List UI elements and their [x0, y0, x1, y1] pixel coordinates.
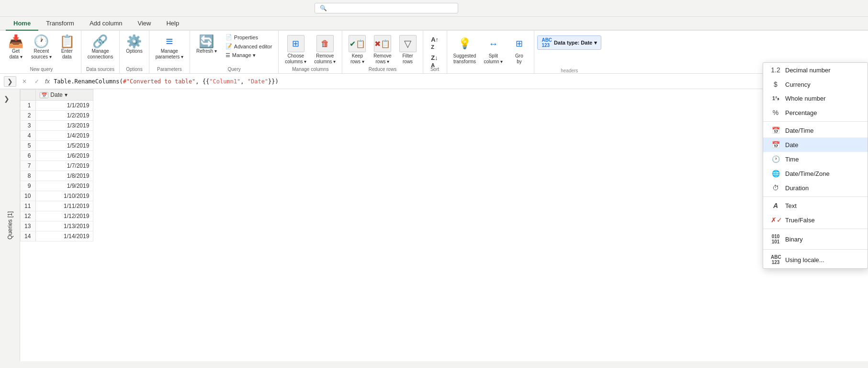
get-data-button[interactable]: 📥 Getdata ▾ — [5, 33, 27, 62]
manage-button[interactable]: ☰ Manage ▾ — [222, 51, 276, 60]
keep-rows-icon: ✔📋 — [349, 35, 366, 52]
filter-rows-label: Filterrows — [402, 53, 413, 65]
remove-rows-button[interactable]: ✖📋 Removerows ▾ — [370, 33, 395, 67]
manage-parameters-icon: ≡ — [166, 35, 173, 47]
tab-help[interactable]: Help — [158, 17, 187, 31]
data-type-icon: ABC123 — [541, 37, 552, 48]
dropdown-text[interactable]: A Text — [763, 198, 868, 213]
dropdown-binary[interactable]: 010101 Binary — [763, 230, 868, 248]
options-button[interactable]: ⚙️ Options — [123, 33, 146, 57]
filter-rows-button[interactable]: ▽ Filterrows — [396, 33, 420, 67]
confirm-formula-button[interactable]: ✓ — [34, 78, 39, 85]
ribbon: 📥 Getdata ▾ 🕐 Recentsources ▾ 📋 Enterdat… — [0, 31, 868, 74]
dropdown-locale[interactable]: ABC123 Using locale... — [763, 251, 868, 268]
properties-icon: 📄 — [225, 34, 232, 40]
sort-az-button[interactable]: A↑Z — [428, 34, 442, 52]
options-label: Options — [126, 48, 142, 54]
table-row[interactable]: 10 1/10/2019 — [21, 191, 93, 201]
parameters-group-label: Parameters — [149, 67, 190, 72]
ribbon-group-query: 🔄 Refresh ▾ 📄 Properties 📝 Advanced edit… — [190, 31, 279, 73]
date-cell: 1/5/2019 — [36, 141, 93, 151]
dropdown-datetime[interactable]: 📅 Date/Time — [763, 123, 868, 138]
enter-data-button[interactable]: 📋 Enterdata — [56, 33, 78, 62]
properties-button[interactable]: 📄 Properties — [222, 33, 276, 42]
ribbon-group-sort: A↑Z Z↓A Sort — [423, 31, 447, 73]
fx-label: fx — [45, 78, 50, 85]
group-by-button[interactable]: ⊞ Groby — [507, 33, 531, 67]
table-row[interactable]: 7 1/7/2019 — [21, 161, 93, 171]
table-row[interactable]: 3 1/3/2019 — [21, 121, 93, 131]
date-column-dropdown[interactable]: ▾ — [65, 92, 68, 98]
date-cell: 1/8/2019 — [36, 171, 93, 181]
date-cell: 1/4/2019 — [36, 131, 93, 141]
tab-view[interactable]: View — [130, 17, 159, 31]
data-type-button[interactable]: ABC123 Data type: Date ▾ — [537, 35, 601, 50]
dropdown-percentage[interactable]: % Percentage — [763, 105, 868, 120]
sort-az-icon: A↑Z — [431, 36, 439, 50]
date-icon: 📅 — [771, 141, 780, 149]
percentage-label: Percentage — [785, 109, 817, 116]
dropdown-date[interactable]: 📅 Date — [763, 138, 868, 152]
new-query-group-label: New query — [2, 67, 81, 72]
table-row[interactable]: 8 1/8/2019 — [21, 171, 93, 181]
headers-label: headers — [558, 68, 581, 73]
dropdown-duration[interactable]: ⏱ Duration — [763, 181, 868, 195]
date-cell: 1/9/2019 — [36, 181, 93, 191]
tab-transform[interactable]: Transform — [38, 17, 82, 31]
datetimezone-icon: 🌐 — [771, 170, 780, 177]
table-row[interactable]: 14 1/14/2019 — [21, 231, 93, 242]
split-column-button[interactable]: ↔ Splitcolumn ▾ — [480, 33, 506, 67]
choose-columns-button[interactable]: ⊞ Choosecolumns ▾ — [282, 33, 310, 67]
formula-text: Table.RenameColumns(#"Converted to table… — [54, 78, 279, 85]
split-column-label: Splitcolumn ▾ — [484, 53, 503, 65]
dropdown-separator-2 — [763, 196, 868, 197]
queries-panel-toggle[interactable]: ❯ — [4, 95, 10, 103]
row-number: 2 — [21, 111, 36, 121]
table-row[interactable]: 13 1/13/2019 — [21, 221, 93, 231]
date-cell: 1/1/2019 — [36, 101, 93, 111]
advanced-editor-button[interactable]: 📝 Advanced editor — [222, 42, 276, 51]
search-icon: 🔍 — [320, 5, 327, 12]
remove-columns-icon: 🗑 — [316, 35, 334, 52]
date-cell: 1/3/2019 — [36, 121, 93, 131]
row-number: 7 — [21, 161, 36, 171]
dropdown-currency[interactable]: $ Currency — [763, 77, 868, 92]
panel-toggle-button[interactable]: ❯ — [4, 76, 16, 87]
date-cell: 1/14/2019 — [36, 231, 93, 242]
dropdown-whole[interactable]: 1²₃ Whole number — [763, 92, 868, 105]
table-row[interactable]: 2 1/2/2019 — [21, 111, 93, 121]
table-row[interactable]: 6 1/6/2019 — [21, 151, 93, 161]
row-number: 10 — [21, 191, 36, 201]
dropdown-datetimezone[interactable]: 🌐 Date/Time/Zone — [763, 166, 868, 181]
remove-columns-button[interactable]: 🗑 Removecolumns ▾ — [311, 33, 339, 67]
refresh-button[interactable]: 🔄 Refresh ▾ — [193, 33, 220, 57]
search-box[interactable]: 🔍 — [315, 3, 458, 13]
table-row[interactable]: 5 1/5/2019 — [21, 141, 93, 151]
dropdown-time[interactable]: 🕐 Time — [763, 152, 868, 166]
date-label: Date — [785, 141, 798, 149]
tab-home[interactable]: Home — [6, 17, 38, 31]
manage-parameters-button[interactable]: ≡ Manageparameters ▾ — [152, 33, 187, 62]
table-row[interactable]: 9 1/9/2019 — [21, 181, 93, 191]
table-row[interactable]: 1 1/1/2019 — [21, 101, 93, 111]
queries-panel[interactable]: ❯ Queries [1] — [0, 89, 20, 361]
cancel-formula-button[interactable]: ✕ — [22, 78, 27, 85]
locale-icon: ABC123 — [771, 254, 780, 265]
binary-label: Binary — [785, 236, 803, 243]
table-row[interactable]: 4 1/4/2019 — [21, 131, 93, 141]
row-number-header — [21, 90, 36, 101]
manage-connections-button[interactable]: 🔗 Manageconnections — [84, 33, 116, 62]
options-group-label: Options — [120, 67, 148, 72]
ribbon-group-new-query: 📥 Getdata ▾ 🕐 Recentsources ▾ 📋 Enterdat… — [2, 31, 81, 73]
table-row[interactable]: 12 1/12/2019 — [21, 211, 93, 221]
dropdown-truefalse[interactable]: ✗✓ True/False — [763, 213, 868, 227]
date-column-header[interactable]: 📅 Date ▾ — [36, 90, 93, 101]
tab-add-column[interactable]: Add column — [82, 17, 130, 31]
dropdown-separator-4 — [763, 249, 868, 250]
keep-rows-button[interactable]: ✔📋 Keeprows ▾ — [345, 33, 369, 67]
suggested-transforms-button[interactable]: 💡 Suggestedtransforms — [450, 33, 480, 67]
table-row[interactable]: 11 1/11/2019 — [21, 201, 93, 211]
date-cell: 1/7/2019 — [36, 161, 93, 171]
recent-sources-button[interactable]: 🕐 Recentsources ▾ — [28, 33, 55, 62]
dropdown-decimal[interactable]: 1.2 Decimal number — [763, 63, 868, 77]
